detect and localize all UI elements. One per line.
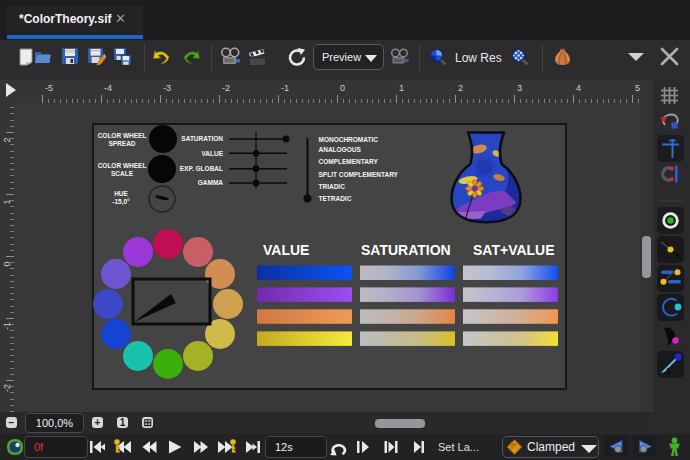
svg-text:VALUE: VALUE — [201, 150, 223, 157]
svg-text:COMPLEMENTARY: COMPLEMENTARY — [319, 158, 379, 165]
svg-text:ANALOGOUS: ANALOGOUS — [319, 146, 362, 153]
svg-text:HUE: HUE — [114, 190, 128, 197]
svg-text:TRIADIC: TRIADIC — [319, 183, 346, 190]
svg-text:VALUE: VALUE — [263, 242, 309, 258]
svg-text:SATURATION: SATURATION — [181, 135, 223, 142]
svg-text:-15,0°: -15,0° — [112, 198, 130, 206]
svg-text:SCALE: SCALE — [111, 170, 134, 177]
svg-text:SAT+VALUE: SAT+VALUE — [473, 242, 555, 258]
svg-text:MONOCHROMATIC: MONOCHROMATIC — [319, 136, 379, 143]
svg-text:EXP. GLOBAL: EXP. GLOBAL — [180, 165, 223, 172]
svg-text:SATURATION: SATURATION — [361, 242, 451, 258]
svg-text:TETRADIC: TETRADIC — [319, 195, 352, 202]
svg-text:COLOR WHEEL: COLOR WHEEL — [98, 132, 147, 139]
svg-text:GAMMA: GAMMA — [198, 179, 224, 186]
svg-text:COLOR WHEEL: COLOR WHEEL — [98, 162, 147, 169]
svg-text:SPLIT COMPLEMENTARY: SPLIT COMPLEMENTARY — [319, 171, 399, 178]
svg-text:SPREAD: SPREAD — [108, 140, 135, 147]
